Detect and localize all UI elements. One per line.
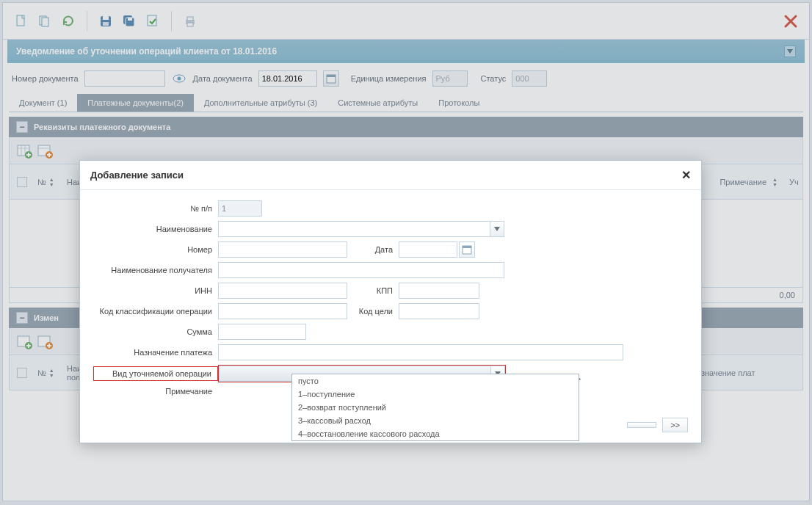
label-npp: № п/п (93, 204, 218, 213)
opt-2[interactable]: 2–возврат поступлений (292, 401, 579, 414)
modal-title: Добавление записи (90, 170, 184, 181)
label-goalcode: Код цели (347, 307, 399, 316)
input-kpp[interactable] (399, 283, 479, 299)
input-goalcode[interactable] (399, 303, 479, 319)
label-note: Примечание (93, 387, 218, 396)
modal-close-icon[interactable]: ✕ (681, 168, 691, 182)
label-recipient: Наименование получателя (93, 266, 218, 275)
opt-1[interactable]: 1–поступление (292, 388, 579, 401)
opt-4[interactable]: 4–восстановление кассового расхода (292, 427, 579, 440)
label-optype: Вид уточняемой операции (93, 366, 218, 381)
label-name: Наименование (93, 225, 218, 233)
input-sum[interactable] (218, 324, 306, 340)
input-date[interactable] (399, 241, 457, 258)
name-dropdown-icon[interactable] (490, 221, 504, 237)
label-number: Номер (93, 245, 218, 254)
input-classcode[interactable] (218, 303, 347, 319)
date-calendar-icon[interactable] (459, 241, 475, 258)
label-sum: Сумма (93, 327, 218, 336)
label-purpose: Назначение платежа (93, 348, 218, 357)
input-purpose[interactable] (218, 344, 623, 360)
svg-rect-26 (463, 246, 471, 248)
label-date: Дата (347, 245, 399, 254)
opt-3[interactable]: 3–кассовый расход (292, 414, 579, 427)
input-number[interactable] (218, 241, 347, 258)
input-recipient[interactable] (218, 262, 504, 278)
add-record-modal: Добавление записи ✕ № п/п Наименование Н… (79, 160, 702, 443)
opt-empty[interactable]: пусто (292, 374, 579, 388)
label-inn: ИНН (93, 286, 218, 295)
label-classcode: Код классификации операции (93, 307, 218, 316)
optype-dropdown-list: пусто 1–поступление 2–возврат поступлени… (291, 374, 579, 441)
pager-current (627, 422, 656, 428)
input-npp (218, 200, 262, 217)
label-kpp: КПП (347, 286, 399, 295)
input-name[interactable] (218, 221, 490, 237)
input-inn[interactable] (218, 283, 347, 299)
pager-next-button[interactable]: >> (662, 418, 688, 432)
